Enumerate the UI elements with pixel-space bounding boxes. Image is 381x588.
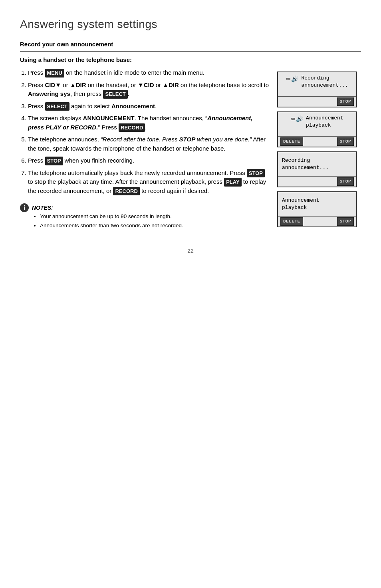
screen-text-4: Announcement playback — [282, 197, 319, 211]
screen-bar-1: STOP — [278, 96, 356, 107]
adir-up-key2: ▲DIR — [163, 81, 179, 88]
handset-icon-2: ⌨ — [291, 115, 295, 125]
handset-speaker-icon-1: ⌨ 🔊 — [286, 75, 299, 85]
screen-text-1: Recording announcement... — [301, 75, 348, 89]
screen-line-3-1: Recording — [282, 157, 329, 164]
screen-line-4-1: Announcement — [282, 197, 319, 204]
screen-text-2: Announcement playback — [306, 115, 343, 129]
stop-button-screen-3: STOP — [337, 177, 354, 186]
stop-key-1: STOP — [45, 157, 63, 165]
stop-button-screen-4: STOP — [337, 217, 354, 226]
step-7: The telephone automatically plays back t… — [28, 169, 269, 196]
screen-line-2-1: Announcement — [306, 115, 343, 122]
notes-content: NOTES: Your announcement can be up to 90… — [32, 203, 183, 231]
screen-line-4-2: playback — [282, 204, 319, 211]
page-number: 22 — [20, 247, 361, 255]
delete-button-screen-4: DELETE — [280, 217, 303, 226]
screen-body-1: ⌨ 🔊 Recording announcement... — [278, 72, 356, 97]
note-item-2: Announcements shorter than two seconds a… — [40, 222, 183, 230]
announcement-display: ANNOUNCEMENT — [83, 115, 135, 121]
notes-list: Your announcement can be up to 90 second… — [32, 213, 183, 230]
select-key-1: SELECT — [103, 90, 127, 99]
section-title: Record your own announcement — [20, 40, 361, 52]
stop-button-screen-1: STOP — [337, 97, 354, 106]
subsection-title: Using a handset or the telephone base: — [20, 56, 269, 65]
step-1: Press MENU on the handset in idle mode t… — [28, 68, 269, 77]
step-6: Press STOP when you finish recording. — [28, 156, 269, 165]
screen-line-2-2: playback — [306, 122, 343, 129]
screen-line-1-2: announcement... — [301, 82, 348, 89]
select-key-2: SELECT — [45, 102, 69, 111]
screen-line-3-2: announcement... — [282, 164, 329, 171]
notes-section: i NOTES: Your announcement can be up to … — [20, 203, 269, 231]
speaker-icon-2: 🔊 — [296, 115, 304, 125]
screen-bar-4: DELETE STOP — [278, 216, 356, 226]
record-quote: “Record after the tone. Press STOP when … — [101, 136, 252, 143]
record-key-2: RECORD — [113, 187, 139, 196]
handset-speaker-icon-2: ⌨ 🔊 — [291, 115, 304, 125]
step-3: Press SELECT again to select Announcemen… — [28, 102, 269, 111]
stop-key-2: STOP — [247, 169, 265, 178]
step-2: Press CID▼ or ▲DIR on the handset, or ▼C… — [28, 81, 269, 99]
screen-text-3: Recording announcement... — [282, 157, 329, 171]
note-item-1: Your announcement can be up to 90 second… — [40, 213, 183, 220]
screen-recording-2: Recording announcement... STOP — [277, 151, 357, 187]
screen-body-3: Recording announcement... — [278, 152, 356, 177]
notes-label: NOTES: — [32, 205, 53, 211]
screen-playback-2: Announcement playback DELETE STOP — [277, 191, 357, 227]
answering-sys-label: Answering sys — [28, 90, 70, 97]
screen-playback-1: ⌨ 🔊 Announcement playback DELETE STOP — [277, 111, 357, 147]
content-area: Using a handset or the telephone base: P… — [20, 56, 361, 231]
instructions: Using a handset or the telephone base: P… — [20, 56, 269, 231]
cid-down-key: CID▼ — [45, 81, 62, 88]
screens-column: ⌨ 🔊 Recording announcement... STOP ⌨ 🔊 — [277, 72, 361, 231]
screen-body-4: Announcement playback — [278, 192, 356, 217]
handset-icon-1: ⌨ — [286, 75, 291, 85]
record-key-1: RECORD — [119, 123, 145, 132]
step-5: The telephone announces, “Record after t… — [28, 135, 269, 153]
menu-key: MENU — [45, 69, 64, 77]
adir-up-key: ▲DIR — [70, 81, 86, 88]
step-4: The screen displays ANNOUNCEMENT. The ha… — [28, 114, 269, 132]
screen-bar-3: STOP — [278, 176, 356, 187]
steps-list: Press MENU on the handset in idle mode t… — [20, 68, 269, 195]
notes-icon: i — [20, 203, 29, 212]
screen-bar-2: DELETE STOP — [278, 136, 356, 147]
page-title: Answering system settings — [20, 16, 361, 33]
delete-button-screen-2: DELETE — [280, 137, 303, 146]
stop-label-quote: STOP — [179, 136, 196, 143]
screen-recording-1: ⌨ 🔊 Recording announcement... STOP — [277, 72, 357, 107]
speaker-icon-1: 🔊 — [291, 75, 299, 85]
cid-down-key2: ▼CID — [138, 81, 154, 88]
play-key: PLAY — [224, 178, 241, 187]
screen-body-2: ⌨ 🔊 Announcement playback — [278, 112, 356, 137]
announcement-label: Announcement — [111, 103, 155, 109]
screen-line-1-1: Recording — [301, 75, 348, 82]
stop-button-screen-2: STOP — [337, 137, 354, 146]
